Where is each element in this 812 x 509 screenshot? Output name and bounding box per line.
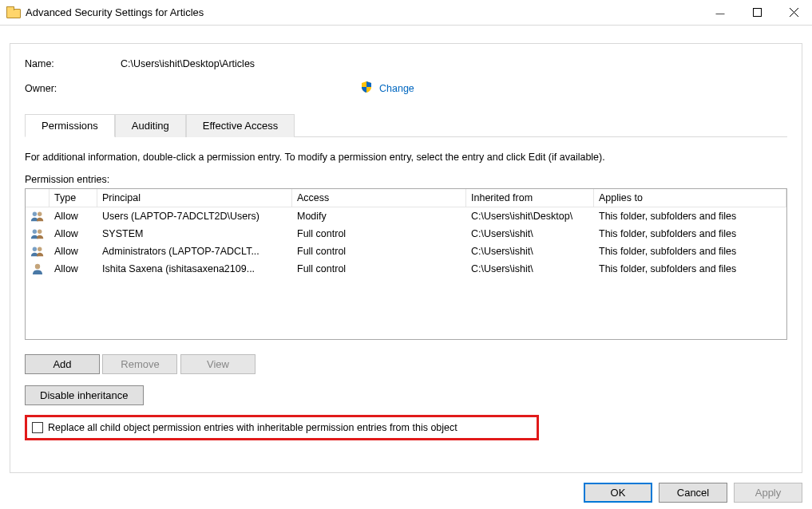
svg-point-8: [38, 247, 42, 251]
list-body: AllowUsers (LAPTOP-7ADCLT2D\Users)Modify…: [26, 207, 786, 278]
svg-point-5: [33, 230, 37, 234]
tabs: Permissions Auditing Effective Access: [25, 113, 787, 137]
window-title: Advanced Security Settings for Articles: [26, 6, 204, 18]
owner-label: Owner:: [25, 83, 121, 94]
svg-point-9: [35, 264, 40, 269]
cell-applies: This folder, subfolders and files: [594, 209, 786, 223]
col-type[interactable]: Type: [50, 189, 97, 207]
cell-type: Allow: [50, 244, 97, 258]
cancel-button[interactable]: Cancel: [659, 483, 727, 503]
svg-point-4: [38, 212, 42, 216]
svg-point-6: [38, 230, 42, 234]
table-row[interactable]: AllowAdministrators (LAPTOP-7ADCLT...Ful…: [26, 243, 786, 260]
remove-button: Remove: [102, 354, 177, 374]
col-principal[interactable]: Principal: [97, 189, 292, 207]
add-button[interactable]: Add: [25, 354, 100, 374]
cell-access: Modify: [292, 209, 466, 223]
cell-principal: Users (LAPTOP-7ADCLT2D\Users): [97, 209, 292, 223]
list-header: Type Principal Access Inherited from App…: [26, 189, 786, 207]
cell-principal: Ishita Saxena (ishitasaxena2109...: [97, 262, 292, 276]
client-area: Name: C:\Users\ishit\Desktop\Articles Ow…: [0, 26, 812, 509]
cell-type: Allow: [50, 209, 97, 223]
entries-label: Permission entries:: [25, 174, 787, 185]
info-text: For additional information, double-click…: [25, 152, 787, 163]
entry-buttons: Add Remove View: [25, 354, 787, 374]
principal-icon: [26, 226, 50, 242]
change-owner-link[interactable]: Change: [379, 83, 414, 94]
cell-applies: This folder, subfolders and files: [594, 244, 786, 258]
svg-point-7: [33, 247, 37, 251]
cell-inherited: C:\Users\ishit\: [466, 227, 594, 241]
cell-applies: This folder, subfolders and files: [594, 227, 786, 241]
cell-type: Allow: [50, 227, 97, 241]
replace-children-label: Replace all child object permission entr…: [48, 422, 457, 433]
name-row: Name: C:\Users\ishit\Desktop\Articles: [25, 58, 787, 69]
col-access[interactable]: Access: [292, 189, 466, 207]
main-panel: Name: C:\Users\ishit\Desktop\Articles Ow…: [10, 43, 802, 473]
cell-inherited: C:\Users\ishit\: [466, 262, 594, 276]
table-row[interactable]: AllowIshita Saxena (ishitasaxena2109...F…: [26, 260, 786, 278]
replace-children-checkbox[interactable]: [32, 422, 43, 433]
cell-access: Full control: [292, 262, 466, 276]
cell-principal: Administrators (LAPTOP-7ADCLT...: [97, 244, 292, 258]
disable-inheritance-button[interactable]: Disable inheritance: [25, 385, 144, 405]
cell-inherited: C:\Users\ishit\Desktop\: [466, 209, 594, 223]
principal-icon: [26, 261, 50, 277]
owner-row: Owner: Change: [25, 81, 787, 96]
col-inherited[interactable]: Inherited from: [466, 189, 594, 207]
folder-icon: [6, 7, 19, 18]
svg-point-3: [33, 212, 37, 216]
tab-effective-access[interactable]: Effective Access: [186, 114, 295, 137]
cell-type: Allow: [50, 262, 97, 276]
apply-button: Apply: [734, 483, 802, 503]
tab-permissions[interactable]: Permissions: [25, 114, 115, 137]
view-button: View: [180, 354, 255, 374]
titlebar: Advanced Security Settings for Articles …: [0, 0, 812, 26]
table-row[interactable]: AllowSYSTEMFull controlC:\Users\ishit\Th…: [26, 225, 786, 243]
col-applies[interactable]: Applies to: [594, 189, 786, 207]
svg-rect-0: [753, 9, 761, 17]
shield-icon: [360, 81, 373, 96]
dialog-footer: OK Cancel Apply: [584, 483, 802, 503]
cell-inherited: C:\Users\ishit\: [466, 244, 594, 258]
principal-icon: [26, 243, 50, 259]
cell-principal: SYSTEM: [97, 227, 292, 241]
table-row[interactable]: AllowUsers (LAPTOP-7ADCLT2D\Users)Modify…: [26, 207, 786, 225]
replace-children-checkbox-row[interactable]: Replace all child object permission entr…: [25, 415, 539, 440]
cell-applies: This folder, subfolders and files: [594, 262, 786, 276]
principal-icon: [26, 208, 50, 224]
cell-access: Full control: [292, 227, 466, 241]
close-button[interactable]: [775, 0, 812, 26]
ok-button[interactable]: OK: [584, 483, 652, 503]
minimize-button[interactable]: —: [702, 0, 739, 26]
tab-auditing[interactable]: Auditing: [115, 114, 186, 137]
permission-entries-list[interactable]: Type Principal Access Inherited from App…: [25, 188, 787, 340]
col-icon[interactable]: [26, 189, 50, 207]
name-value: C:\Users\ishit\Desktop\Articles: [121, 58, 255, 69]
maximize-button[interactable]: [739, 0, 775, 26]
cell-access: Full control: [292, 244, 466, 258]
name-label: Name:: [25, 58, 121, 69]
